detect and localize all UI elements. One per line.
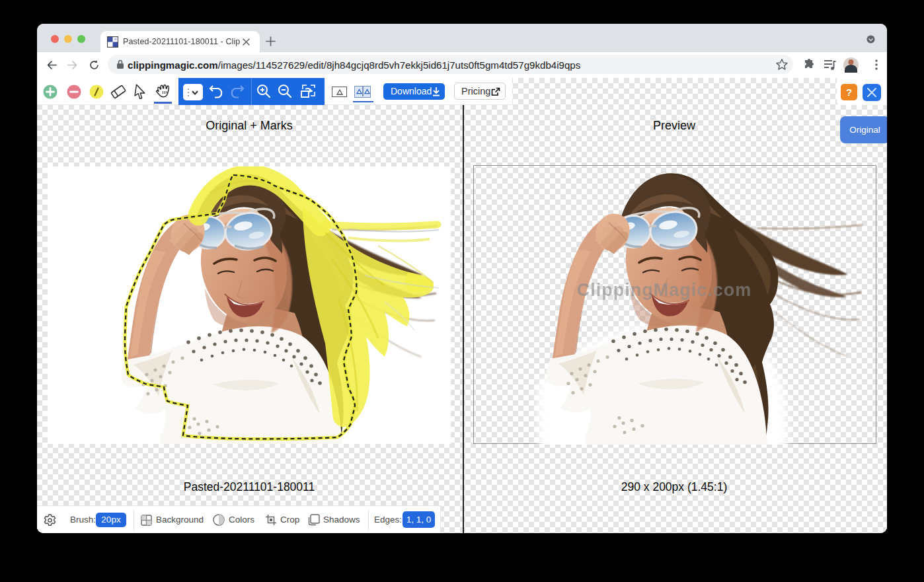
svg-text:ClippingMagic.com: ClippingMagic.com [577, 280, 752, 300]
